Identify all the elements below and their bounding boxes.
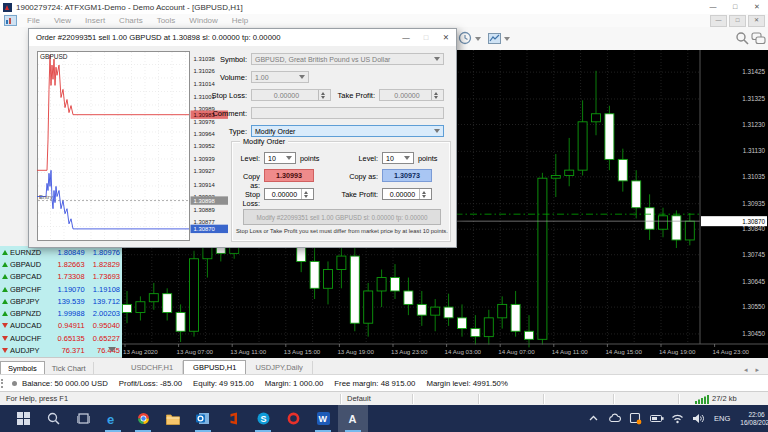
menu-item-window[interactable]: Window: [182, 16, 224, 25]
app-logo-icon: [3, 3, 12, 12]
onedrive-icon[interactable]: [608, 412, 621, 425]
market-watch-row-gbpchf[interactable]: GBPCHF1.190701.19108: [0, 283, 122, 295]
close-button[interactable]: ✕: [746, 1, 768, 13]
taskbar-office[interactable]: [218, 405, 248, 432]
order-dialog-titlebar[interactable]: Order #22099351 sell 1.00 GBPUSD at 1.30…: [29, 29, 456, 46]
take-profit-field: 0.00000: [379, 89, 444, 101]
dialog-maximize-button[interactable]: □: [416, 30, 436, 45]
level-label-right: Level:: [350, 154, 378, 163]
menu-item-insert[interactable]: Insert: [78, 16, 112, 25]
taskbar-chrome[interactable]: [128, 405, 158, 432]
market-watch-row-gbpjpy[interactable]: GBPJPY139.539139.712: [0, 295, 122, 307]
svg-text:1.31325: 1.31325: [742, 95, 765, 102]
traffic-label: 27/2 kb: [712, 394, 737, 403]
taskbar-metatrader-atfx[interactable]: A: [338, 405, 368, 432]
modify-order-group-title: Modify Order: [240, 137, 288, 146]
period-caret-icon[interactable]: [475, 37, 481, 41]
chart-tab-usdchf-h1[interactable]: USDCHF,H1: [122, 361, 183, 374]
taskbar-start-button[interactable]: [8, 405, 38, 432]
market-watch-row-audjpy[interactable]: AUDJPY76.37176.445: [0, 344, 122, 356]
svg-text:1.30935: 1.30935: [742, 200, 765, 207]
svg-text:1.30840: 1.30840: [742, 225, 765, 232]
svg-text:14 Aug 19:00: 14 Aug 19:00: [659, 348, 696, 355]
market-watch-row-audchf[interactable]: AUDCHF0.651350.65227: [0, 332, 122, 344]
group-take-profit-field[interactable]: 0.00000: [382, 188, 432, 200]
menu-item-file[interactable]: File: [20, 16, 47, 25]
copy-sell-price-button[interactable]: 1.30993: [264, 169, 314, 182]
symbol-name: AUDCAD: [10, 321, 51, 330]
ask-price: 0.65227: [87, 334, 122, 343]
taskbar-word[interactable]: W: [308, 405, 338, 432]
child-minimize-button[interactable]: —: [710, 15, 727, 27]
symbol-name: EURNZD: [10, 248, 51, 257]
tray-chevron-up-icon[interactable]: [587, 412, 600, 425]
level-select-right[interactable]: 10: [382, 152, 414, 164]
magnifier-icon[interactable]: [735, 31, 750, 46]
period-clock-icon[interactable]: [458, 31, 473, 46]
menu-item-view[interactable]: View: [47, 16, 78, 25]
market-watch-row-gbpcad[interactable]: GBPCAD1.733081.73693: [0, 271, 122, 283]
symbol-name: AUDJPY: [10, 346, 51, 355]
type-label: Type:: [179, 127, 247, 136]
group-take-profit-label: Take Profit:: [336, 190, 378, 199]
order-type-select[interactable]: Modify Order: [251, 125, 444, 137]
bid-price: 1.82663: [51, 260, 86, 269]
chart-doc-icon: [4, 15, 17, 26]
maximize-button[interactable]: □: [724, 1, 746, 13]
bid-price: 1.73308: [51, 272, 86, 281]
taskbar-edge[interactable]: e: [98, 405, 128, 432]
symbol-name: GBPNZD: [10, 309, 51, 318]
menu-item-charts[interactable]: Charts: [112, 16, 150, 25]
action-center-icon[interactable]: [629, 412, 642, 425]
speaker-icon[interactable]: [692, 412, 705, 425]
symbol-name: GBPCAD: [10, 272, 51, 281]
taskbar-search-button[interactable]: [38, 405, 68, 432]
wifi-icon[interactable]: [671, 412, 684, 425]
tray-language-label[interactable]: ENG: [714, 414, 730, 423]
modify-order-button[interactable]: Modify #22099351 sell 1.00 GBPUSD sl: 0.…: [243, 209, 441, 225]
child-restore-button[interactable]: □: [729, 15, 746, 27]
symbol-name: GBPJPY: [10, 297, 51, 306]
ask-price: 0.95040: [87, 321, 122, 330]
svg-text:1.30976: 1.30976: [194, 119, 216, 125]
template-window-icon[interactable]: [487, 31, 502, 46]
market-watch-tab-symbols[interactable]: Symbols: [0, 361, 45, 375]
taskbar-skype[interactable]: S: [248, 405, 278, 432]
dialog-minimize-button[interactable]: —: [396, 30, 416, 45]
market-watch-row-gbpnzd[interactable]: GBPNZD1.999882.00203: [0, 307, 122, 319]
svg-text:1.30745: 1.30745: [742, 251, 765, 258]
profile-name[interactable]: Default: [347, 394, 371, 403]
taskbar-red-ring-app[interactable]: [278, 405, 308, 432]
arrow-down-icon: [0, 346, 10, 355]
taskbar-file-explorer[interactable]: [158, 405, 188, 432]
copy-buy-price-button[interactable]: 1.30973: [382, 169, 432, 182]
window-title: 1900279724: ATFXGM1-Demo - Demo Account …: [16, 3, 243, 12]
svg-text:W: W: [318, 414, 327, 424]
symbol-field: GBPUSD, Great British Pound vs US Dollar: [251, 53, 444, 65]
desktop: 1900279724: ATFXGM1-Demo - Demo Account …: [0, 0, 768, 432]
chart-tab-usdjpy-daily[interactable]: USDJPY,Daily: [246, 361, 312, 374]
chart-tab-bar: USDCHF,H1GBPUSD,H1USDJPY,Daily◂ ▸: [122, 358, 768, 374]
market-watch-row-audcad[interactable]: AUDCAD0.949110.95040: [0, 320, 122, 332]
taskbar-task-view-button[interactable]: [68, 405, 98, 432]
market-watch-row-gbpaud[interactable]: GBPAUD1.826631.82829: [0, 258, 122, 270]
chat-icon[interactable]: [751, 31, 766, 46]
menu-item-help[interactable]: Help: [225, 16, 255, 25]
dialog-close-button[interactable]: ✕: [436, 30, 456, 45]
comment-label: Comment:: [179, 109, 247, 118]
child-close-button[interactable]: ✕: [748, 15, 765, 27]
tray-clock[interactable]: 22:0616/08/2020: [740, 411, 768, 426]
level-select-left[interactable]: 10: [264, 152, 296, 164]
battery-icon[interactable]: [650, 412, 663, 425]
svg-text:13 Aug 15:00: 13 Aug 15:00: [284, 348, 321, 355]
volume-field: 1.00: [251, 71, 309, 83]
menu-item-tools[interactable]: Tools: [150, 16, 183, 25]
chart-tab-scroll-arrows[interactable]: ◂ ▸: [744, 366, 768, 374]
group-stop-loss-field[interactable]: 0.00000: [264, 188, 314, 200]
template-caret-icon[interactable]: [504, 37, 510, 41]
chart-tab-gbpusd-h1[interactable]: GBPUSD,H1: [183, 360, 246, 374]
minimize-button[interactable]: —: [702, 1, 724, 13]
taskbar-outlook[interactable]: [188, 405, 218, 432]
bid-price: 1.19070: [51, 285, 86, 294]
market-watch-scroll-down-icon[interactable]: [108, 347, 116, 352]
